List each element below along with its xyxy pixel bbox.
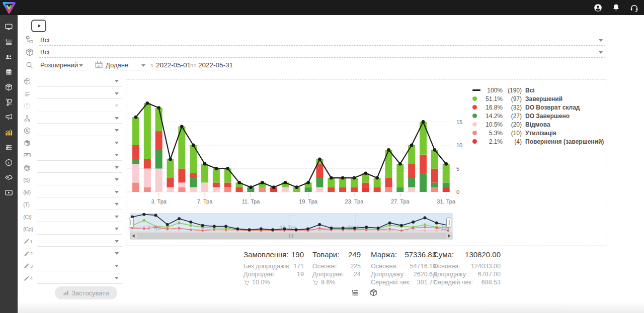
bar-segment[interactable]	[316, 187, 323, 192]
data-point[interactable]	[261, 181, 264, 184]
legend-item[interactable]: 2.1%(4)Повернення (завершений)	[472, 137, 604, 146]
sidebar-item-video[interactable]	[0, 185, 18, 200]
bar-segment[interactable]	[396, 164, 404, 187]
data-point[interactable]	[192, 144, 195, 147]
legend-item[interactable]: 14.2%(27)DO Завершено	[472, 112, 604, 120]
sidebar-item-monitor[interactable]	[0, 19, 18, 34]
data-point[interactable]	[237, 181, 241, 184]
data-point[interactable]	[422, 120, 425, 124]
filter-select-globe-earth[interactable]	[37, 76, 122, 87]
sidebar-item-handshake[interactable]	[0, 170, 18, 185]
bar-segment[interactable]	[213, 169, 220, 183]
navigator-scrollbar[interactable]	[130, 233, 452, 239]
bar-segment[interactable]	[316, 178, 323, 187]
data-point[interactable]	[387, 148, 390, 152]
filter-select-pencil-3[interactable]	[37, 261, 122, 271]
bar-segment[interactable]	[339, 187, 346, 192]
bar-segment[interactable]	[420, 155, 427, 173]
data-point[interactable]	[330, 176, 333, 180]
legend-item[interactable]: 100%(190)Всі	[472, 86, 604, 94]
sidebar-item-package[interactable]	[0, 79, 18, 94]
sidebar-item-trolley[interactable]	[0, 94, 18, 110]
bar-segment[interactable]	[201, 182, 208, 192]
filter-select-pencil-2[interactable]	[37, 249, 122, 259]
filter-select-tag-t[interactable]	[37, 199, 122, 210]
bar-segment[interactable]	[396, 187, 404, 192]
bar-segment[interactable]	[431, 169, 438, 183]
bar-segment[interactable]	[167, 187, 174, 192]
bar-segment[interactable]	[443, 164, 450, 182]
data-point[interactable]	[180, 125, 184, 128]
bar-segment[interactable]	[190, 178, 197, 187]
bar-segment[interactable]	[178, 182, 185, 187]
bar-segment[interactable]	[167, 159, 174, 178]
bar-segment[interactable]	[374, 187, 381, 192]
bar-segment[interactable]	[132, 117, 139, 145]
filter-select-sort-lines[interactable]	[37, 88, 122, 99]
product-select[interactable]	[39, 48, 605, 58]
bar-segment[interactable]	[144, 169, 151, 187]
data-point[interactable]	[353, 176, 356, 180]
bar-segment[interactable]	[431, 187, 438, 192]
chevron-down-icon[interactable]	[599, 51, 603, 54]
filter-select-box-3d[interactable]	[37, 138, 122, 148]
bar-segment[interactable]	[224, 187, 231, 192]
data-point[interactable]	[306, 181, 310, 184]
data-point[interactable]	[203, 162, 207, 166]
data-point[interactable]	[249, 185, 253, 189]
data-point[interactable]	[444, 162, 448, 166]
bar-segment[interactable]	[408, 178, 415, 187]
bar-segment[interactable]	[351, 187, 358, 192]
filter-select-tag-s[interactable]	[37, 175, 122, 185]
filter-select-pencil-1[interactable]	[37, 236, 122, 247]
package-icon[interactable]	[369, 288, 378, 297]
bar-segment[interactable]	[132, 159, 139, 164]
chart-navigator[interactable]: 3. Тра16. Тра23. ТраТра	[129, 213, 453, 232]
bar-segment[interactable]	[155, 131, 163, 150]
bar-segment[interactable]	[408, 145, 415, 164]
data-point[interactable]	[226, 167, 229, 170]
filter-select-tag-ct[interactable]	[37, 212, 122, 222]
bar-segment[interactable]	[201, 164, 208, 182]
video-help-button[interactable]	[31, 20, 46, 32]
filter-select-tag-m[interactable]	[37, 187, 122, 197]
data-point[interactable]	[157, 106, 160, 110]
bar-segment[interactable]	[420, 173, 427, 192]
category-select[interactable]	[39, 36, 605, 46]
sidebar-item-people[interactable]	[0, 49, 18, 64]
bar-segment[interactable]	[155, 150, 163, 168]
bar-segment[interactable]	[213, 182, 220, 187]
data-point[interactable]	[284, 181, 287, 184]
bar-segment[interactable]	[282, 187, 289, 192]
bar-segment[interactable]	[316, 164, 323, 178]
bar-segment[interactable]	[132, 164, 139, 182]
bar-segment[interactable]	[259, 187, 266, 192]
date-field-select[interactable]	[104, 61, 147, 70]
bar-segment[interactable]	[144, 159, 151, 169]
bar-segment[interactable]	[167, 178, 174, 187]
bar-segment[interactable]	[132, 145, 139, 159]
sidebar-item-chart[interactable]	[0, 125, 18, 140]
app-logo[interactable]	[2, 1, 16, 14]
data-point[interactable]	[318, 158, 321, 161]
bar-segment[interactable]	[305, 187, 312, 192]
bar-segment[interactable]	[155, 169, 163, 192]
bar-segment[interactable]	[385, 150, 392, 178]
filter-select-hierarchy[interactable]	[37, 113, 122, 124]
data-point[interactable]	[169, 158, 172, 161]
headset-icon[interactable]	[629, 3, 639, 13]
bar-segment[interactable]	[132, 182, 139, 192]
bar-segment[interactable]	[190, 173, 197, 178]
bar-segment[interactable]	[408, 187, 415, 192]
bar-segment[interactable]	[144, 187, 151, 192]
bar-segment[interactable]	[328, 187, 335, 192]
data-point[interactable]	[341, 176, 345, 180]
list-view-icon[interactable]	[351, 288, 359, 297]
data-point[interactable]	[214, 167, 218, 170]
bar-segment[interactable]	[224, 182, 231, 187]
data-point[interactable]	[410, 144, 414, 147]
bar-segment[interactable]	[178, 187, 185, 192]
filter-select-globe-grid[interactable]	[37, 162, 122, 173]
bar-segment[interactable]	[362, 187, 369, 192]
legend-item[interactable]: 51.1%(97)Завершений	[472, 94, 604, 103]
